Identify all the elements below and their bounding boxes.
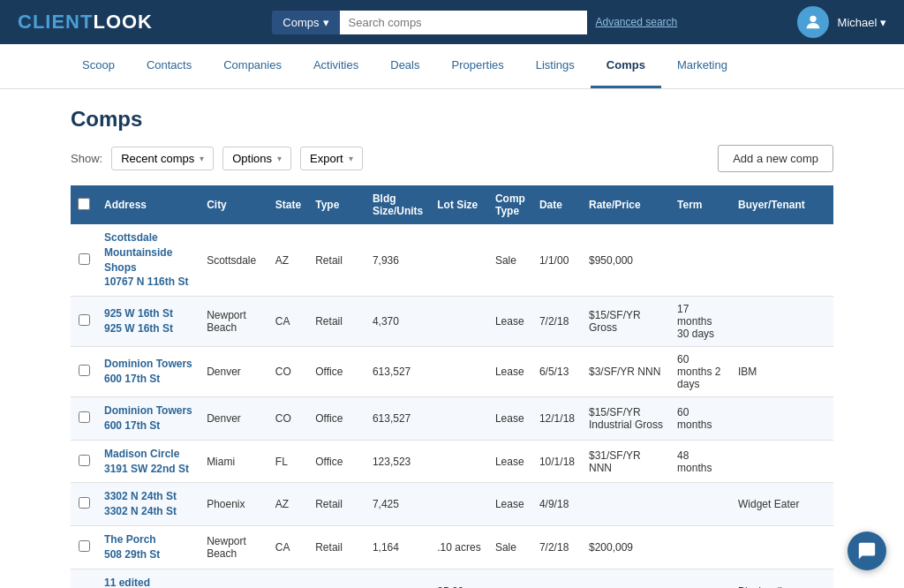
row-checkbox[interactable] (79, 455, 90, 466)
select-all-checkbox[interactable] (78, 198, 90, 210)
table-row: 3302 N 24th St3302 N 24th St Phoenix AZ … (71, 483, 833, 526)
row-checkbox[interactable] (79, 411, 90, 423)
row-checkbox-cell[interactable] (71, 397, 97, 441)
row-buyer-tenant: Blackwell Properties (731, 569, 833, 588)
row-city: Denver (200, 397, 268, 441)
row-address: Dominion Towers600 17th St (97, 397, 200, 441)
user-name[interactable]: Michael ▾ (838, 16, 886, 29)
nav-item-comps[interactable]: Comps (591, 44, 661, 88)
nav-item-activities[interactable]: Activities (298, 44, 374, 88)
address-link[interactable]: 925 W 16th St925 W 16th St (104, 307, 173, 335)
col-bldg-size: BldgSize/Units (365, 185, 430, 224)
col-address: Address (97, 185, 200, 224)
table-row: Madison Circle3191 SW 22nd St Miami FL O… (71, 440, 833, 483)
search-input[interactable] (340, 11, 587, 34)
address-link[interactable]: Dominion Towers600 17th St (104, 358, 192, 385)
nav-item-deals[interactable]: Deals (374, 44, 435, 88)
row-comp-type: Lease (488, 397, 532, 441)
row-term (670, 525, 731, 569)
row-bldg-size: 1,164 (365, 525, 430, 569)
row-rate-price: $200,009 (582, 525, 670, 569)
row-address: Madison Circle3191 SW 22nd St (97, 440, 200, 483)
row-buyer-tenant (731, 397, 833, 441)
comps-table: Address City State Type BldgSize/Units L… (71, 185, 833, 588)
row-state: CO (268, 347, 308, 397)
row-checkbox[interactable] (79, 253, 90, 265)
nav-item-scoop[interactable]: Scoop (66, 44, 131, 88)
search-type-label: Comps (282, 16, 319, 29)
address-link[interactable]: Madison Circle3191 SW 22nd St (104, 448, 189, 475)
show-dropdown[interactable]: Recent comps ▾ (111, 147, 214, 170)
row-checkbox[interactable] (79, 365, 90, 376)
row-type: Retail (308, 224, 365, 297)
options-arrow-icon: ▾ (277, 154, 282, 163)
comps-table-container: Address City State Type BldgSize/Units L… (71, 185, 833, 588)
table-row: Dominion Towers600 17th St Denver CO Off… (71, 347, 833, 397)
row-address: 3302 N 24th St3302 N 24th St (97, 483, 200, 526)
advanced-search-link[interactable]: Advanced search (596, 16, 678, 28)
header: CLIENTLOOK Comps ▾ Advanced search Micha… (0, 0, 904, 44)
col-term: Term (670, 185, 731, 224)
select-all-header[interactable] (71, 185, 97, 224)
address-link[interactable]: Scottsdale Mountainside Shops10767 N 116… (104, 231, 188, 288)
col-lot-size: Lot Size (430, 185, 488, 224)
row-comp-type: Sale (488, 525, 532, 569)
address-link[interactable]: The Porch508 29th St (104, 533, 160, 561)
row-buyer-tenant (731, 297, 833, 347)
row-checkbox-cell[interactable] (71, 440, 97, 483)
row-checkbox-cell[interactable] (71, 525, 97, 569)
row-rate-price: $15/SF/YR Industrial Gross (582, 397, 670, 441)
col-type: Type (308, 185, 365, 224)
table-row: Scottsdale Mountainside Shops10767 N 116… (71, 224, 833, 297)
address-link[interactable]: 3302 N 24th St3302 N 24th St (104, 490, 177, 517)
row-date: 7/2/18 (532, 525, 582, 569)
row-address: The Porch508 29th St (97, 525, 200, 569)
nav-item-listings[interactable]: Listings (520, 44, 591, 88)
nav-item-properties[interactable]: Properties (436, 44, 520, 88)
row-city: Phoenix (200, 483, 268, 526)
row-lot-size (430, 224, 488, 297)
row-checkbox-cell[interactable] (71, 347, 97, 397)
logo-look: LOOK (93, 11, 153, 33)
nav-item-contacts[interactable]: Contacts (131, 44, 207, 88)
logo: CLIENTLOOK (18, 11, 153, 34)
row-state: AZ (268, 224, 308, 297)
address-link[interactable]: 11 edited1 2 3 4, Building 5 (104, 577, 185, 588)
row-lot-size (430, 440, 488, 483)
row-city: 6 (200, 569, 268, 588)
row-checkbox-cell[interactable] (71, 569, 97, 588)
row-address: 11 edited1 2 3 4, Building 5 (97, 569, 200, 588)
row-checkbox[interactable] (79, 497, 90, 509)
row-type: Retail (308, 297, 365, 347)
nav-item-marketing[interactable]: Marketing (661, 44, 743, 88)
search-type-button[interactable]: Comps ▾ (272, 11, 339, 34)
row-bldg-size: 4,370 (365, 297, 430, 347)
row-comp-type: Lease (488, 440, 532, 483)
nav-bar: Scoop Contacts Companies Activities Deal… (0, 44, 904, 89)
row-checkbox-cell[interactable] (71, 224, 97, 297)
row-type: Office (308, 569, 365, 588)
address-link[interactable]: Dominion Towers600 17th St (104, 404, 192, 432)
toolbar: Show: Recent comps ▾ Options ▾ Export ▾ … (71, 145, 833, 172)
row-checkbox-cell[interactable] (71, 297, 97, 347)
export-button[interactable]: Export ▾ (300, 147, 363, 170)
options-button[interactable]: Options ▾ (222, 147, 291, 170)
chat-bubble[interactable] (848, 531, 886, 570)
add-comp-button[interactable]: Add a new comp (718, 145, 833, 172)
table-body: Scottsdale Mountainside Shops10767 N 116… (71, 224, 833, 588)
row-term (670, 224, 731, 297)
row-term: 48 months (670, 440, 731, 483)
row-lot-size: 35.00 acres (430, 569, 488, 588)
row-rate-price: $3/SF/YR NNN (582, 347, 670, 397)
row-city: Miami (200, 440, 268, 483)
row-checkbox[interactable] (79, 540, 90, 552)
row-checkbox[interactable] (79, 314, 90, 326)
row-city: Newport Beach (200, 525, 268, 569)
col-date: Date (532, 185, 582, 224)
row-checkbox-cell[interactable] (71, 483, 97, 526)
dropdown-arrow-icon: ▾ (323, 16, 329, 29)
table-header-row: Address City State Type BldgSize/Units L… (71, 185, 833, 224)
row-address: 925 W 16th St925 W 16th St (97, 297, 200, 347)
svg-point-0 (810, 16, 816, 22)
nav-item-companies[interactable]: Companies (207, 44, 298, 88)
